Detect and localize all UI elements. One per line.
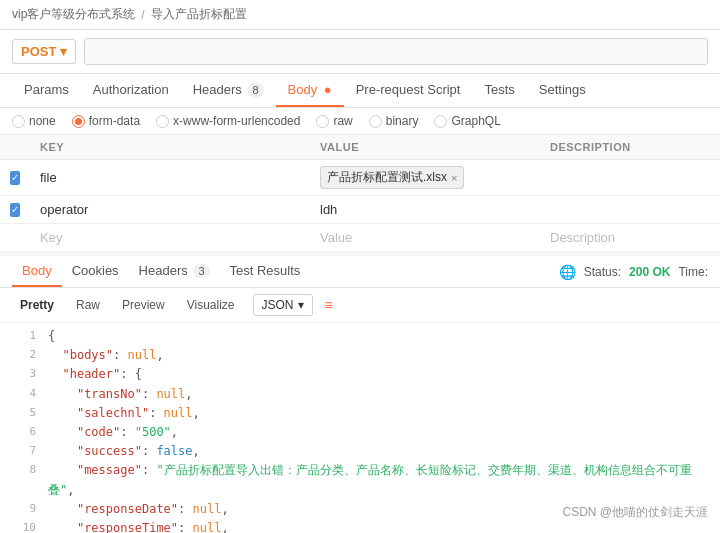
resp-headers-badge: 3 (193, 264, 209, 278)
tab-settings[interactable]: Settings (527, 74, 598, 107)
watermark: CSDN @他喵的仗剑走天涯 (562, 504, 708, 521)
resp-tab-test-results[interactable]: Test Results (220, 256, 311, 287)
row1-key: file (30, 164, 310, 191)
format-visualize[interactable]: Visualize (179, 294, 243, 316)
tab-params[interactable]: Params (12, 74, 81, 107)
col-value-header: VALUE (310, 135, 540, 159)
chevron-down-icon: ▾ (298, 298, 304, 312)
breadcrumb-separator: / (141, 8, 144, 22)
resp-tab-body[interactable]: Body (12, 256, 62, 287)
status-info: 🌐 Status: 200 OK Time: (559, 264, 708, 280)
col-check (0, 135, 30, 159)
format-select[interactable]: JSON ▾ (253, 294, 313, 316)
json-line-5: 5 "salechnl": null, (0, 404, 720, 423)
status-code: 200 OK (629, 265, 670, 279)
tab-headers[interactable]: Headers 8 (181, 74, 276, 107)
globe-icon: 🌐 (559, 264, 576, 280)
radio-graphql (434, 115, 447, 128)
col-key-header: KEY (30, 135, 310, 159)
tab-body[interactable]: Body ● (276, 74, 344, 107)
breadcrumb-page: 导入产品折标配置 (151, 6, 247, 23)
file-tag-remove[interactable]: × (451, 172, 457, 184)
row2-checkbox[interactable] (10, 203, 20, 217)
radio-raw (316, 115, 329, 128)
json-viewer: 1 { 2 "bodys": null, 3 "header": { 4 "tr… (0, 323, 720, 533)
url-input[interactable] (84, 38, 708, 65)
json-line-1: 1 { (0, 327, 720, 346)
format-row: Pretty Raw Preview Visualize JSON ▾ ≡ (0, 288, 720, 323)
status-label: Status: (584, 265, 621, 279)
json-line-6: 6 "code": "500", (0, 423, 720, 442)
tab-tests[interactable]: Tests (472, 74, 526, 107)
option-raw[interactable]: raw (316, 114, 352, 128)
method-chevron: ▾ (60, 44, 67, 59)
radio-binary (369, 115, 382, 128)
option-form-data[interactable]: form-data (72, 114, 140, 128)
format-raw[interactable]: Raw (68, 294, 108, 316)
row3-desc-placeholder[interactable]: Description (540, 224, 720, 251)
filter-icon[interactable]: ≡ (325, 297, 333, 313)
row3-key-placeholder[interactable]: Key (30, 224, 310, 251)
json-line-4: 4 "transNo": null, (0, 385, 720, 404)
breadcrumb-system: vip客户等级分布式系统 (12, 6, 135, 23)
request-bar: POST ▾ (0, 30, 720, 74)
body-options: none form-data x-www-form-urlencoded raw… (0, 108, 720, 135)
body-dot: ● (324, 82, 332, 97)
format-pretty[interactable]: Pretty (12, 294, 62, 316)
breadcrumb: vip客户等级分布式系统 / 导入产品折标配置 (0, 0, 720, 30)
row2-desc (540, 204, 720, 216)
row1-value: 产品折标配置测试.xlsx × (310, 160, 540, 195)
radio-form-data (72, 115, 85, 128)
option-binary[interactable]: binary (369, 114, 419, 128)
file-tag-name: 产品折标配置测试.xlsx (327, 169, 447, 186)
json-line-3: 3 "header": { (0, 365, 720, 384)
resp-tab-cookies[interactable]: Cookies (62, 256, 129, 287)
row2-checkbox-cell (0, 197, 30, 223)
row3-value-placeholder[interactable]: Value (310, 224, 540, 251)
table-row: Key Value Description (0, 224, 720, 252)
row1-checkbox-cell (0, 165, 30, 191)
table-row: operator ldh (0, 196, 720, 224)
col-desc-header: DESCRIPTION (540, 135, 720, 159)
row2-value: ldh (310, 196, 540, 223)
method-select[interactable]: POST ▾ (12, 39, 76, 64)
json-line-7: 7 "success": false, (0, 442, 720, 461)
form-table: KEY VALUE DESCRIPTION file 产品折标配置测试.xlsx… (0, 135, 720, 252)
radio-urlencoded (156, 115, 169, 128)
form-table-header: KEY VALUE DESCRIPTION (0, 135, 720, 160)
option-graphql[interactable]: GraphQL (434, 114, 500, 128)
time-label: Time: (678, 265, 708, 279)
option-urlencoded[interactable]: x-www-form-urlencoded (156, 114, 300, 128)
json-line-2: 2 "bodys": null, (0, 346, 720, 365)
headers-badge: 8 (247, 83, 263, 97)
row3-checkbox-cell (0, 232, 30, 244)
radio-none (12, 115, 25, 128)
response-section: Body Cookies Headers 3 Test Results 🌐 St… (0, 256, 720, 533)
file-tag: 产品折标配置测试.xlsx × (320, 166, 464, 189)
table-row: file 产品折标配置测试.xlsx × (0, 160, 720, 196)
row1-checkbox[interactable] (10, 171, 20, 185)
row1-desc (540, 172, 720, 184)
row2-key: operator (30, 196, 310, 223)
request-tabs-row: Params Authorization Headers 8 Body ● Pr… (0, 74, 720, 108)
format-preview[interactable]: Preview (114, 294, 173, 316)
tab-authorization[interactable]: Authorization (81, 74, 181, 107)
tab-pre-request[interactable]: Pre-request Script (344, 74, 473, 107)
method-label: POST (21, 44, 56, 59)
option-none[interactable]: none (12, 114, 56, 128)
json-line-8: 8 "message": "产品折标配置导入出错：产品分类、产品名称、长短险标记… (0, 461, 720, 499)
resp-tab-headers[interactable]: Headers 3 (129, 256, 220, 287)
response-tabs-row: Body Cookies Headers 3 Test Results 🌐 St… (0, 256, 720, 288)
